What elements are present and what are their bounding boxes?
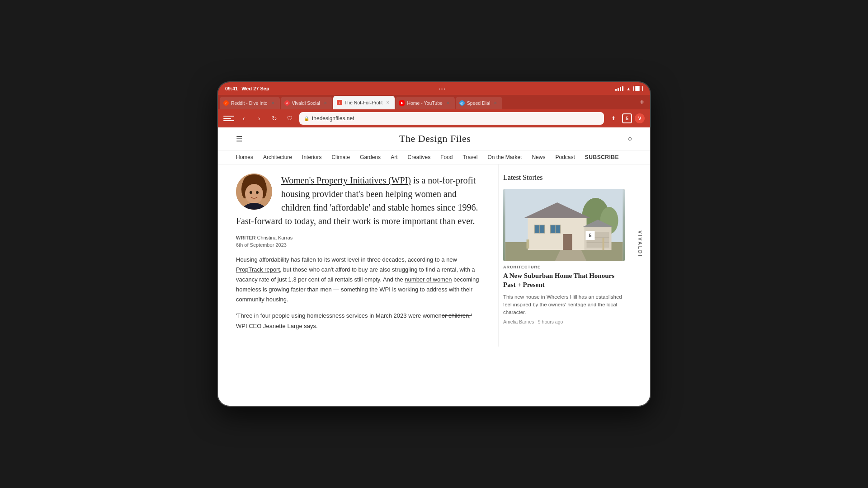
nav-architecture[interactable]: Architecture (263, 154, 292, 160)
nav-climate[interactable]: Climate (331, 154, 350, 160)
svg-rect-14 (528, 218, 587, 250)
device-frame: 09:41 Wed 27 Sep ··· ▲ █▌ r Reddit - Div… (217, 81, 651, 407)
back-button[interactable]: ‹ (238, 113, 250, 124)
main-content: Women's Property Initiatives (WPI) is a … (218, 164, 650, 347)
svg-point-4 (245, 184, 263, 204)
signal-bar-1 (615, 89, 617, 91)
number-of-women-link[interactable]: number of women (405, 276, 452, 283)
tab-vivaldi-social[interactable]: V Vivaldi Social ✕ (281, 97, 332, 109)
nav-podcast[interactable]: Podcast (555, 154, 575, 160)
status-right: ▲ █▌ (615, 86, 643, 91)
nav-interiors[interactable]: Interiors (302, 154, 321, 160)
status-left: 09:41 Wed 27 Sep (225, 86, 269, 91)
article-intro: Women's Property Initiatives (WPI) is a … (236, 174, 480, 228)
article-body-1: Housing affordability has fallen to its … (236, 255, 480, 305)
svg-point-5 (250, 191, 252, 194)
wifi-icon: ▲ (626, 86, 631, 91)
nav-gardens[interactable]: Gardens (360, 154, 381, 160)
story-byline-1: Amelia Barnes | 9 hours ago (503, 319, 625, 324)
nav-art[interactable]: Art (391, 154, 397, 160)
body2-text: 'Three in four people using homelessness… (236, 312, 442, 319)
story-category-1: ARCHITECTURE (503, 265, 625, 269)
writer-meta: WRITER Christina Karras (236, 235, 480, 240)
nav-travel[interactable]: Travel (463, 154, 478, 160)
svg-point-6 (256, 191, 259, 194)
site-title: The Design Files (399, 133, 471, 145)
vivaldi-side-label: VIVALDI (638, 230, 643, 258)
nav-creatives[interactable]: Creatives (407, 154, 430, 160)
signal-bar-2 (618, 88, 619, 91)
tab-tdf-title: The Not-For-Profit (344, 100, 383, 105)
story-card-1[interactable]: 5 ARCHITECTURE A New Suburban Home That … (503, 189, 625, 324)
avatar-face (236, 174, 272, 210)
url-bar[interactable]: 🔒 thedesignfiles.net (299, 112, 604, 125)
site-header: ☰ The Design Files ○ (218, 127, 650, 150)
story-image-1: 5 (503, 189, 625, 261)
add-tab-button[interactable]: + (636, 96, 648, 108)
tdf-favicon: T (337, 100, 342, 105)
tab-speed-dial[interactable]: ◎ Speed Dial ✕ (456, 97, 502, 109)
proptrack-link[interactable]: PropTrack report (236, 266, 280, 273)
nav-news[interactable]: News (532, 154, 545, 160)
signal-bars (615, 86, 623, 91)
site-navigation: Homes Architecture Interiors Climate Gar… (218, 150, 650, 164)
reddit-favicon: r (223, 100, 229, 106)
tab-tdf[interactable]: T The Not-For-Profit ✕ (333, 96, 395, 109)
article-area: Women's Property Initiatives (WPI) is a … (218, 164, 498, 347)
writer-name: Christina Karras (257, 235, 292, 240)
url-text: thedesignfiles.net (312, 115, 599, 122)
browser-actions: ⬆ 5 V (608, 113, 645, 124)
wpi-link[interactable]: Women's Property Initiatives (WPI) (281, 175, 411, 185)
signal-bar-3 (620, 87, 621, 91)
reload-button[interactable]: ↻ (269, 113, 280, 124)
tab-youtube-close[interactable]: ✕ (445, 100, 451, 106)
speed-dial-favicon: ◎ (459, 100, 465, 106)
address-bar: ‹ › ↻ 🛡 🔒 thedesignfiles.net ⬆ 5 V (218, 109, 650, 127)
tab-vivaldi-social-close[interactable]: ✕ (322, 100, 329, 106)
tab-vivaldi-social-title: Vivaldi Social (292, 100, 320, 106)
nav-on-the-market[interactable]: On the Market (487, 154, 522, 160)
svg-rect-29 (527, 239, 529, 249)
time: 09:41 (225, 86, 238, 91)
tab-youtube-title: Home - YouTube (407, 100, 442, 106)
vivaldi-logo: V (635, 113, 645, 123)
search-button[interactable]: ○ (627, 135, 632, 143)
tab-reddit-close[interactable]: ✕ (270, 100, 276, 106)
hamburger-menu[interactable]: ☰ (236, 135, 242, 143)
story-author-1: Amelia Barnes (503, 319, 534, 324)
writer-label: WRITER (236, 235, 255, 240)
share-button[interactable]: ⬆ (608, 113, 619, 124)
tab-count-badge[interactable]: 5 (622, 113, 632, 123)
tab-reddit-title: Reddit - Dive into (231, 100, 268, 106)
youtube-favicon: ▶ (399, 100, 405, 106)
status-bar: 09:41 Wed 27 Sep ··· ▲ █▌ (218, 82, 650, 95)
story-title-1[interactable]: A New Suburban Home That Honours Past + … (503, 271, 625, 290)
svg-text:5: 5 (589, 233, 592, 238)
nav-homes[interactable]: Homes (236, 154, 253, 160)
article-date: 6th of September 2023 (236, 242, 480, 248)
battery-icon: █▌ (633, 86, 643, 91)
lock-icon: 🔒 (304, 116, 309, 121)
vivaldi-social-favicon: V (284, 100, 290, 106)
svg-rect-22 (563, 234, 572, 250)
date: Wed 27 Sep (241, 86, 269, 91)
sidebar: Latest Stories (498, 164, 634, 347)
forward-button[interactable]: › (253, 113, 265, 124)
story-image-inner: 5 (503, 189, 625, 261)
nav-food[interactable]: Food (440, 154, 453, 160)
website-content: ☰ The Design Files ○ Homes Architecture … (218, 127, 650, 407)
tab-reddit[interactable]: r Reddit - Dive into ✕ (220, 97, 280, 109)
tab-tdf-close[interactable]: ✕ (385, 99, 391, 106)
shield-icon[interactable]: 🛡 (284, 113, 296, 124)
nav-subscribe[interactable]: SUBSCRIBE (585, 154, 619, 160)
author-avatar (236, 174, 272, 210)
tab-speed-dial-close[interactable]: ✕ (492, 100, 499, 106)
latest-stories-heading: Latest Stories (503, 174, 625, 182)
story-excerpt-1: This new house in Wheelers Hill has an e… (503, 293, 625, 317)
tab-youtube[interactable]: ▶ Home - YouTube ✕ (396, 97, 454, 109)
body1-text: Housing affordability has fallen to its … (236, 256, 457, 263)
tab-speed-dial-title: Speed Dial (467, 100, 490, 106)
story-time-1: 9 hours ago (538, 319, 563, 324)
svg-rect-28 (603, 238, 604, 250)
sidebar-toggle-button[interactable] (223, 113, 234, 124)
